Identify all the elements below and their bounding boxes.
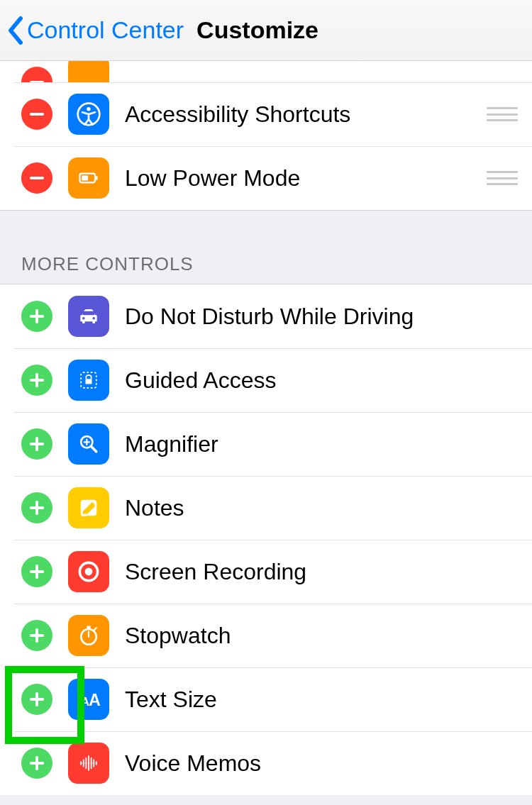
svg-point-1 xyxy=(87,107,90,111)
add-button[interactable] xyxy=(21,620,52,651)
svg-line-11 xyxy=(92,447,96,452)
add-button[interactable] xyxy=(21,365,52,396)
svg-point-6 xyxy=(82,317,85,320)
add-button[interactable] xyxy=(21,428,52,460)
drag-handle-icon[interactable] xyxy=(487,171,518,185)
svg-point-7 xyxy=(92,317,95,320)
list-item: Low Power Mode xyxy=(0,146,532,210)
back-button[interactable]: Control Center xyxy=(7,16,184,45)
section-header-more: MORE CONTROLS xyxy=(0,211,532,284)
remove-button[interactable] xyxy=(21,162,52,194)
list-item: Voice Memos xyxy=(0,731,532,795)
drag-handle-icon[interactable] xyxy=(487,107,518,121)
item-label: Notes xyxy=(125,495,518,521)
add-button[interactable] xyxy=(21,492,52,523)
add-button[interactable] xyxy=(21,301,52,332)
item-label: Screen Recording xyxy=(125,559,518,585)
remove-button[interactable] xyxy=(21,67,52,82)
list-item: Guided Access xyxy=(0,348,532,412)
back-label: Control Center xyxy=(27,16,184,44)
list-item: AA Text Size xyxy=(0,667,532,731)
item-label: Voice Memos xyxy=(125,750,518,777)
remove-button[interactable] xyxy=(21,99,52,130)
svg-rect-9 xyxy=(86,379,92,384)
svg-rect-20 xyxy=(87,626,90,629)
low-power-icon xyxy=(68,157,109,199)
list-item: Screen Recording xyxy=(0,540,532,604)
item-label: Guided Access xyxy=(125,367,518,394)
list-item: Stopwatch xyxy=(0,604,532,667)
list-item: Notes xyxy=(0,476,532,540)
add-button[interactable] xyxy=(21,556,52,587)
stopwatch-icon xyxy=(68,615,109,656)
item-label: Do Not Disturb While Driving xyxy=(125,304,518,330)
svg-text:A: A xyxy=(89,691,101,709)
notes-icon xyxy=(68,487,109,528)
item-label: Accessibility Shortcuts xyxy=(125,101,487,128)
included-controls-list: Accessibility Shortcuts Low Power Mode xyxy=(0,61,532,211)
partial-icon xyxy=(68,61,109,82)
svg-rect-5 xyxy=(83,311,94,315)
list-item: Do Not Disturb While Driving xyxy=(0,284,532,348)
item-label: Stopwatch xyxy=(125,623,518,649)
list-item xyxy=(0,61,532,82)
text-size-icon: AA xyxy=(68,679,109,720)
item-label: Text Size xyxy=(125,687,518,713)
svg-rect-3 xyxy=(96,176,98,179)
chevron-left-icon xyxy=(7,16,24,45)
accessibility-icon xyxy=(68,94,109,135)
voice-memos-icon xyxy=(68,743,109,784)
guided-access-icon xyxy=(68,360,109,401)
list-item: Magnifier xyxy=(0,412,532,476)
item-label: Magnifier xyxy=(125,431,518,457)
item-label: Low Power Mode xyxy=(125,165,487,191)
nav-bar: Control Center Customize xyxy=(0,0,532,61)
svg-rect-4 xyxy=(82,175,88,180)
more-controls-list: Do Not Disturb While Driving Guided Acce… xyxy=(0,284,532,795)
car-icon xyxy=(68,296,109,337)
add-button[interactable] xyxy=(21,748,52,779)
svg-point-17 xyxy=(85,568,93,576)
svg-line-21 xyxy=(94,628,96,630)
magnifier-icon xyxy=(68,423,109,465)
page-title: Customize xyxy=(196,16,318,44)
list-item: Accessibility Shortcuts xyxy=(0,82,532,146)
add-button[interactable] xyxy=(21,684,52,715)
record-icon xyxy=(68,551,109,592)
